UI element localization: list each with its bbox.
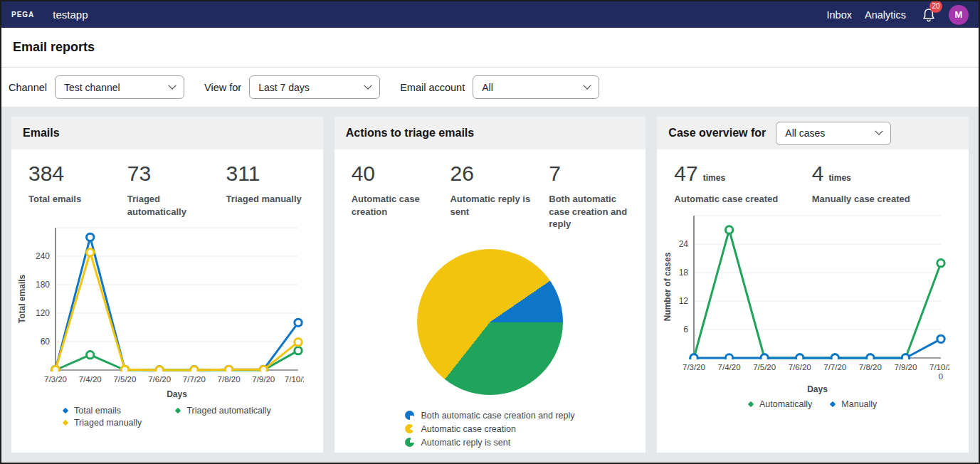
stat-value: 26 <box>450 162 536 186</box>
legend-item[interactable]: Total emails <box>63 406 142 416</box>
stat-label: Manually case created <box>812 193 937 206</box>
emails-card-header: Emails <box>11 117 323 149</box>
actions-card: Actions to triage emails 40 Automatic ca… <box>334 117 646 453</box>
emails-card-title: Emails <box>23 127 60 139</box>
legend-label: Automatic reply is sent <box>421 438 510 448</box>
legend-item[interactable]: Automatic reply is sent <box>405 438 574 448</box>
case-type-select[interactable]: All cases <box>776 122 891 145</box>
emails-stats: 384 Total emails 73 Triaged automaticall… <box>11 149 323 221</box>
notifications-button[interactable]: 20 <box>922 7 936 23</box>
stat-value: 384 <box>28 162 115 186</box>
svg-text:7/3/20: 7/3/20 <box>44 375 67 384</box>
svg-text:7/5/20: 7/5/20 <box>753 363 776 371</box>
stat-label: Both automatic case creation and reply <box>549 193 635 231</box>
stat-label: Automatic case created <box>674 193 799 206</box>
svg-text:7/7/20: 7/7/20 <box>183 375 206 384</box>
dashboard-content: Emails 384 Total emails 73 Triaged autom… <box>1 107 979 463</box>
svg-text:7/3/20: 7/3/20 <box>683 363 705 371</box>
stat-unit: times <box>703 173 725 183</box>
stat-label: Triaged manually <box>226 193 312 206</box>
svg-text:Number of cases: Number of cases <box>663 252 673 321</box>
svg-text:Days: Days <box>808 384 828 394</box>
legend-item[interactable]: Triaged automatically <box>176 406 270 416</box>
channel-select[interactable]: Test channel <box>55 75 184 99</box>
actions-stats: 40 Automatic case creation 26 Automatic … <box>334 149 646 233</box>
legend-diamond-icon <box>63 408 68 413</box>
channel-filter: Channel Test channel <box>9 75 184 99</box>
svg-text:7/5/20: 7/5/20 <box>113 375 136 384</box>
stat-value: 47 <box>674 162 697 186</box>
cases-chart-legend: AutomaticallyManually <box>657 399 969 409</box>
case-overview-stats: 47 times Automatic case created 4 times … <box>657 149 969 209</box>
chevron-down-icon <box>364 81 372 89</box>
legend-pie-icon <box>405 411 414 420</box>
view-for-select[interactable]: Last 7 days <box>249 75 380 99</box>
stat-value: 40 <box>352 162 438 186</box>
svg-text:7/6/20: 7/6/20 <box>789 363 811 371</box>
stat-value: 73 <box>127 162 214 186</box>
actions-chart-legend: Both automatic case creation and replyAu… <box>405 411 574 448</box>
stat-triaged-automatically: 73 Triaged automatically <box>127 162 214 218</box>
stat-manually-case-created: 4 times Manually case created <box>812 162 937 206</box>
app-title: testapp <box>53 9 88 21</box>
email-account-filter: Email account All <box>400 75 599 99</box>
stat-both-creation-reply: 7 Both automatic case creation and reply <box>549 162 635 231</box>
navbar-left: PEGA testapp <box>11 9 88 21</box>
filter-bar: Channel Test channel View for Last 7 day… <box>1 68 979 107</box>
cases-line-chart: 61218247/3/207/4/207/5/207/6/207/7/207/8… <box>657 210 969 398</box>
stat-total-emails: 384 Total emails <box>28 162 115 218</box>
svg-text:180: 180 <box>36 280 50 290</box>
case-overview-card: Case overview for All cases 47 times Aut… <box>657 117 969 453</box>
actions-pie-chart <box>417 249 563 395</box>
pega-logo[interactable]: PEGA <box>11 11 34 19</box>
view-for-select-value: Last 7 days <box>258 82 310 93</box>
stat-value: 4 <box>812 162 824 186</box>
stat-value: 311 <box>226 162 312 186</box>
legend-item[interactable]: Manually <box>831 399 877 409</box>
chevron-down-icon <box>584 81 591 89</box>
stat-automatic-case-creation: 40 Automatic case creation <box>352 162 438 231</box>
stat-value: 7 <box>549 162 635 186</box>
svg-text:60: 60 <box>41 337 51 347</box>
legend-diamond-icon <box>63 420 68 426</box>
svg-text:7/4/20: 7/4/20 <box>718 363 741 371</box>
legend-item[interactable]: Automatically <box>749 399 812 409</box>
emails-chart-legend: Total emailsTriaged automaticallyTriaged… <box>11 406 323 428</box>
svg-text:7/10/20: 7/10/20 <box>929 363 949 381</box>
channel-label: Channel <box>9 82 47 93</box>
nav-inbox-link[interactable]: Inbox <box>826 9 851 21</box>
legend-label: Manually <box>841 399 877 409</box>
case-overview-card-title: Case overview for <box>668 127 766 139</box>
legend-pie-icon <box>405 424 414 433</box>
email-account-label: Email account <box>400 82 465 93</box>
stat-label: Automatic reply is sent <box>450 193 536 218</box>
chevron-down-icon <box>875 127 883 135</box>
svg-text:Total emails: Total emails <box>17 275 27 324</box>
svg-text:7/4/20: 7/4/20 <box>79 375 102 384</box>
email-account-select[interactable]: All <box>473 75 599 99</box>
svg-text:7/8/20: 7/8/20 <box>218 375 241 384</box>
view-for-filter: View for Last 7 days <box>204 75 380 99</box>
legend-label: Automatically <box>759 399 812 409</box>
svg-text:7/8/20: 7/8/20 <box>859 363 882 371</box>
page-header: Email reports <box>1 28 979 68</box>
notification-badge: 20 <box>929 0 942 13</box>
top-navbar: PEGA testapp Inbox Analytics 20 M <box>1 1 979 28</box>
stat-label: Total emails <box>28 193 115 206</box>
avatar[interactable]: M <box>949 5 969 25</box>
case-type-select-value: All cases <box>785 127 825 139</box>
legend-item[interactable]: Both automatic case creation and reply <box>405 411 574 421</box>
app-window: PEGA testapp Inbox Analytics 20 M Email … <box>0 0 980 464</box>
nav-analytics-link[interactable]: Analytics <box>865 9 906 21</box>
legend-diamond-icon <box>175 408 181 413</box>
svg-text:7/10/20: 7/10/20 <box>285 375 304 384</box>
navbar-right: Inbox Analytics 20 M <box>826 5 969 25</box>
legend-label: Automatic case creation <box>421 424 515 434</box>
legend-item[interactable]: Triaged manually <box>63 418 142 428</box>
legend-diamond-icon <box>830 401 836 406</box>
svg-text:7/7/20: 7/7/20 <box>824 363 847 371</box>
stat-automatic-case-created: 47 times Automatic case created <box>674 162 799 206</box>
legend-item[interactable]: Automatic case creation <box>405 424 574 434</box>
svg-text:7/6/20: 7/6/20 <box>148 375 171 384</box>
svg-text:6: 6 <box>684 325 689 334</box>
